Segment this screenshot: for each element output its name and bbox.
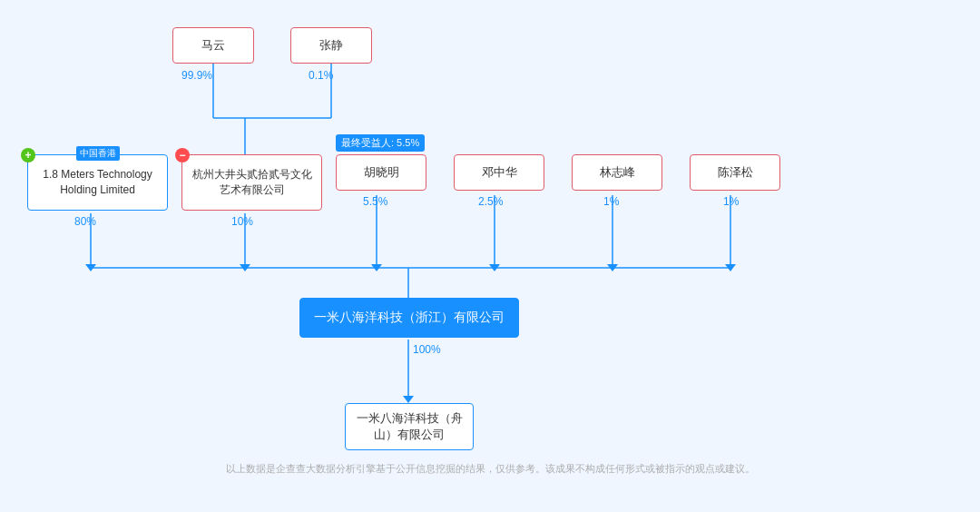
chart-container: 马云 张静 99.9% 0.1% + 中国香港 1.8 Meters Techn…	[0, 0, 980, 490]
node-mayun: 马云	[172, 27, 254, 64]
arrow-zhejiang	[403, 396, 414, 403]
connector-lines	[0, 0, 980, 490]
pct-zhejiang-zhoushan: 100%	[413, 343, 441, 356]
arrow-chenzesong	[725, 264, 736, 271]
node-yimi-zhejiang: 一米八海洋科技（浙江）有限公司	[299, 298, 519, 338]
node-huxiaoming: 胡晓明	[336, 154, 426, 191]
node-yimi-zhoushan: 一米八海洋科技（舟山）有限公司	[345, 403, 474, 450]
pct-linzhifeng: 1%	[603, 195, 619, 208]
pct-hangzhou: 10%	[231, 215, 253, 228]
pct-zhangjing: 0.1%	[309, 69, 333, 82]
tag-minus: −	[175, 148, 190, 162]
arrow-huxiaoming	[371, 264, 382, 271]
pct-huxiaoming: 5.5%	[363, 195, 387, 208]
pct-dengzhonghua: 2.5%	[478, 195, 503, 208]
pct-18m: 80%	[74, 215, 96, 228]
node-dengzhonghua: 邓中华	[454, 154, 544, 191]
footer-disclaimer: 以上数据是企查查大数据分析引擎基于公开信息挖掘的结果，仅供参考。该成果不构成任何…	[226, 462, 755, 476]
badge-zuizhong: 最终受益人: 5.5%	[336, 134, 425, 152]
node-zhangjing: 张静	[290, 27, 372, 64]
china-tag: 中国香港	[76, 146, 120, 161]
tag-plus: +	[21, 148, 35, 162]
arrow-dengzhonghua	[489, 264, 500, 271]
pct-mayun: 99.9%	[181, 69, 212, 82]
node-chenzesong: 陈泽松	[690, 154, 780, 191]
arrow-18m	[85, 264, 96, 271]
arrow-hangzhou	[240, 264, 250, 271]
node-linzhifeng: 林志峰	[572, 154, 662, 191]
node-18m: + 中国香港 1.8 Meters Technology Holding Lim…	[27, 154, 168, 211]
node-hangzhou: − 杭州大井头贰拾贰号文化艺术有限公司	[181, 154, 322, 211]
arrow-linzhifeng	[607, 264, 618, 271]
pct-chenzesong: 1%	[723, 195, 739, 208]
